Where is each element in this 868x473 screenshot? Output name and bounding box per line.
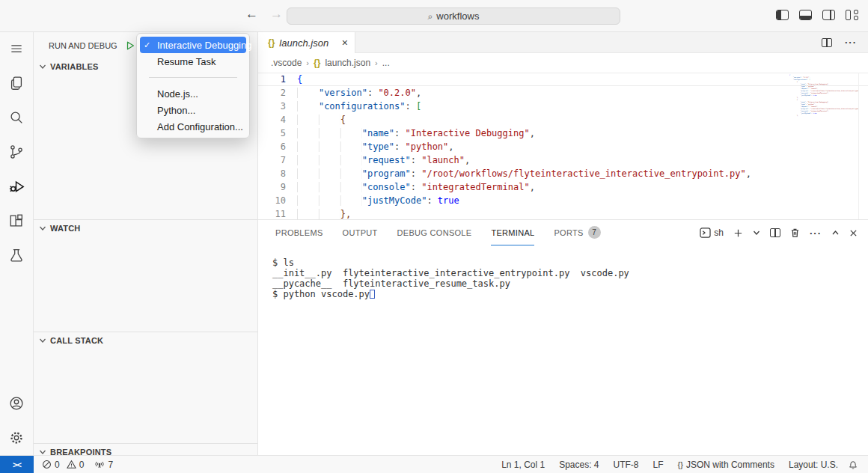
split-terminal-icon[interactable] — [770, 228, 780, 237]
panel-tab-debug-console[interactable]: DEBUG CONSOLE — [397, 220, 472, 245]
code-text: "configurations": [ — [297, 100, 421, 113]
panel-tab-terminal[interactable]: TERMINAL — [491, 220, 534, 245]
minimap-content: { "version": "0.2.0", "configurations": … — [789, 74, 858, 117]
new-terminal-icon[interactable] — [733, 228, 743, 238]
line-number: 8 — [258, 167, 297, 180]
explorer-icon[interactable] — [7, 73, 26, 92]
call-stack-section: CALL STACK — [34, 332, 257, 443]
accounts-icon[interactable] — [7, 394, 26, 412]
code-line[interactable]: 10 "justMyCode": true — [258, 194, 868, 207]
warning-count: 0 — [79, 460, 85, 470]
terminal-line: $ python vscode.py — [272, 289, 868, 299]
code-line[interactable]: 1{ — [258, 73, 868, 86]
panel-more-actions-icon[interactable]: ··· — [810, 228, 822, 239]
toggle-primary-sidebar-icon[interactable] — [776, 10, 789, 20]
code-line[interactable]: 2 "version": "0.2.0", — [258, 86, 868, 100]
start-debugging-button[interactable] — [125, 40, 135, 51]
customize-layout-icon[interactable] — [846, 10, 858, 20]
more-actions-icon[interactable]: ··· — [845, 37, 857, 48]
toggle-secondary-sidebar-icon[interactable] — [822, 10, 835, 20]
source-control-icon[interactable] — [7, 142, 26, 161]
chevron-down-icon — [39, 63, 46, 70]
line-number: 11 — [258, 207, 297, 219]
remote-indicator[interactable]: >< — [0, 456, 34, 473]
code-line[interactable]: 8 "program": "/root/workflows/flyteinter… — [258, 167, 868, 180]
panel-tab-ports[interactable]: PORTS7 — [554, 220, 600, 245]
notifications-bell-icon[interactable] — [848, 460, 868, 470]
status-item[interactable]: Layout: U.S. — [789, 460, 838, 470]
sidebar-title: RUN AND DEBUG — [49, 41, 117, 50]
watch-section-header[interactable]: WATCH — [34, 220, 257, 236]
breadcrumb-item[interactable]: launch.json — [325, 58, 370, 68]
title-bar: ← → ⌕ workflows — [0, 0, 868, 32]
call-stack-section-header[interactable]: CALL STACK — [34, 332, 257, 349]
settings-gear-icon[interactable] — [7, 428, 26, 447]
menu-item-label: Interactive Debugging — [157, 40, 251, 51]
split-editor-icon[interactable] — [822, 38, 832, 47]
breadcrumb-item[interactable]: ... — [382, 58, 390, 68]
kill-terminal-icon[interactable] — [790, 228, 800, 238]
section-label: VARIABLES — [50, 62, 99, 71]
testing-icon[interactable] — [7, 245, 26, 264]
status-item[interactable]: Spaces: 4 — [559, 460, 599, 470]
menu-item[interactable]: Add Configuration... — [140, 118, 246, 135]
back-icon[interactable]: ← — [245, 7, 258, 22]
close-tab-icon[interactable]: × — [342, 37, 348, 48]
chevron-down-icon — [39, 337, 46, 344]
section-label: WATCH — [50, 224, 81, 233]
status-item[interactable]: LF — [653, 460, 664, 470]
forward-icon[interactable]: → — [270, 7, 283, 22]
minimap[interactable]: { "version": "0.2.0", "configurations": … — [789, 74, 858, 134]
code-text: "request": "launch", — [297, 153, 470, 167]
config-dropdown: ✓Interactive DebuggingResume TaskNode.js… — [136, 33, 250, 138]
menu-icon[interactable] — [7, 39, 26, 58]
search-view-icon[interactable] — [7, 108, 26, 126]
json-file-icon: {} — [268, 37, 275, 48]
status-item[interactable]: {}JSON with Comments — [678, 460, 774, 470]
launch-profile-chevron-icon[interactable] — [753, 229, 760, 236]
close-panel-icon[interactable] — [849, 229, 858, 237]
code-line[interactable]: 3 "configurations": [ — [258, 100, 868, 113]
menu-item[interactable]: Python... — [140, 102, 246, 118]
code-text: { — [297, 113, 346, 126]
terminal-cursor — [370, 290, 375, 299]
line-number: 7 — [258, 153, 297, 167]
code-line[interactable]: 7 "request": "launch", — [258, 153, 868, 167]
editor-tab-bar: {} launch.json × ··· — [258, 32, 868, 53]
line-number: 4 — [258, 113, 297, 126]
toggle-panel-icon[interactable] — [799, 10, 812, 20]
menu-separator — [149, 77, 237, 78]
editor-scrollbar[interactable] — [858, 73, 868, 219]
line-number: 2 — [258, 86, 297, 100]
problems-status[interactable]: 0 0 — [42, 460, 84, 470]
ports-status[interactable]: 7 — [94, 460, 113, 470]
terminal-shell-tag[interactable]: sh — [700, 228, 724, 238]
run-and-debug-icon[interactable] — [7, 177, 26, 195]
terminal-output[interactable]: $ ls__init__.py flyteinteractive_interac… — [258, 245, 868, 455]
breadcrumb-item[interactable]: .vscode — [271, 58, 302, 68]
activity-bar — [0, 32, 34, 455]
warning-icon — [67, 460, 76, 469]
code-text: "program": "/root/workflows/flyteinterac… — [297, 167, 751, 180]
code-text: "version": "0.2.0", — [297, 86, 421, 100]
command-center-search[interactable]: ⌕ workflows — [287, 7, 620, 25]
code-editor[interactable]: 1{2 "version": "0.2.0",3 "configurations… — [258, 73, 868, 219]
code-line[interactable]: 6 "type": "python", — [258, 140, 868, 153]
menu-item[interactable]: Node.js... — [140, 85, 246, 102]
tab-launch-json[interactable]: {} launch.json × — [258, 32, 355, 53]
code-line[interactable]: 5 "name": "Interactive Debugging", — [258, 126, 868, 140]
status-item[interactable]: UTF-8 — [614, 460, 639, 470]
section-label: CALL STACK — [50, 336, 103, 345]
menu-item[interactable]: ✓Interactive Debugging — [140, 37, 246, 53]
code-line[interactable]: 9 "console": "integratedTerminal", — [258, 180, 868, 194]
panel-tab-problems[interactable]: PROBLEMS — [275, 220, 323, 245]
chevron-right-icon: › — [306, 58, 309, 67]
error-count: 0 — [55, 460, 60, 470]
maximize-panel-icon[interactable] — [831, 229, 840, 236]
panel-tab-output[interactable]: OUTPUT — [343, 220, 378, 245]
status-item[interactable]: Ln 1, Col 1 — [501, 460, 545, 470]
menu-item[interactable]: Resume Task — [140, 53, 246, 70]
code-line[interactable]: 11 }, — [258, 207, 868, 219]
code-line[interactable]: 4 { — [258, 113, 868, 126]
extensions-icon[interactable] — [7, 211, 26, 230]
